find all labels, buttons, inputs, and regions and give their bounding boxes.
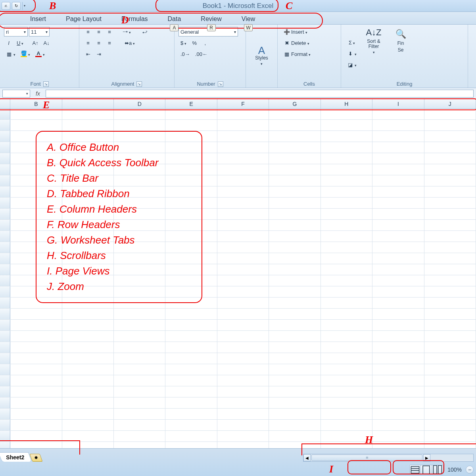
- column-header[interactable]: I: [372, 99, 424, 108]
- column-header[interactable]: H: [321, 99, 372, 108]
- cell[interactable]: [424, 286, 476, 297]
- cell[interactable]: [10, 342, 62, 353]
- cell[interactable]: [321, 375, 372, 386]
- row-header[interactable]: [0, 320, 10, 330]
- cell[interactable]: [424, 420, 476, 430]
- row-header[interactable]: [0, 353, 10, 364]
- cell[interactable]: [424, 142, 476, 153]
- sheet-tab[interactable]: Sheet2: [0, 452, 32, 462]
- row-header[interactable]: [0, 198, 10, 208]
- row-header[interactable]: [0, 120, 10, 131]
- cell[interactable]: [114, 375, 165, 386]
- cell[interactable]: [424, 375, 476, 386]
- cell[interactable]: [217, 431, 269, 441]
- qat-button[interactable]: ↻: [12, 2, 21, 10]
- cell[interactable]: [321, 153, 372, 164]
- cell[interactable]: [114, 309, 165, 319]
- cell[interactable]: [114, 231, 165, 242]
- cell[interactable]: [114, 275, 165, 286]
- cell[interactable]: [165, 286, 217, 297]
- cell[interactable]: [372, 220, 424, 230]
- align-bottom-button[interactable]: ≡: [105, 27, 114, 36]
- cell[interactable]: [321, 431, 372, 441]
- row-header[interactable]: [0, 286, 10, 297]
- cell[interactable]: [372, 309, 424, 319]
- row-header[interactable]: [0, 342, 10, 353]
- cell[interactable]: [62, 331, 114, 342]
- cell[interactable]: [321, 131, 372, 142]
- scroll-thumb[interactable]: [311, 455, 422, 461]
- cell[interactable]: [372, 275, 424, 286]
- cell[interactable]: [372, 186, 424, 197]
- horizontal-scrollbar[interactable]: ◀ ▶: [303, 454, 474, 462]
- cell[interactable]: [10, 220, 62, 230]
- cell[interactable]: [424, 220, 476, 230]
- dialog-launcher[interactable]: ↘: [136, 81, 142, 87]
- row-header[interactable]: [0, 209, 10, 219]
- cell[interactable]: [217, 397, 269, 408]
- cell[interactable]: [217, 109, 269, 119]
- cell[interactable]: [165, 164, 217, 175]
- cell[interactable]: [321, 198, 372, 208]
- cell[interactable]: [372, 153, 424, 164]
- cell[interactable]: [424, 364, 476, 375]
- cell[interactable]: [269, 264, 321, 275]
- font-name-combo[interactable]: ri: [4, 27, 28, 36]
- cell[interactable]: [269, 375, 321, 386]
- cell[interactable]: [424, 309, 476, 319]
- cell[interactable]: [114, 242, 165, 253]
- accounting-format-button[interactable]: $: [178, 38, 188, 48]
- normal-view-button[interactable]: [410, 465, 421, 474]
- cell[interactable]: [10, 131, 62, 142]
- cell[interactable]: [321, 353, 372, 364]
- cell[interactable]: [269, 420, 321, 430]
- cell[interactable]: [62, 186, 114, 197]
- insert-cells-button[interactable]: ➕Insert: [282, 27, 333, 36]
- autosum-button[interactable]: Σ: [345, 38, 359, 47]
- cell[interactable]: [114, 209, 165, 219]
- cell[interactable]: [62, 131, 114, 142]
- cell[interactable]: [321, 286, 372, 297]
- cell[interactable]: [114, 298, 165, 308]
- cell[interactable]: [217, 275, 269, 286]
- cell[interactable]: [165, 353, 217, 364]
- cell[interactable]: [217, 386, 269, 397]
- cell[interactable]: [269, 364, 321, 375]
- cell[interactable]: [217, 175, 269, 186]
- shrink-font-button[interactable]: A↓: [42, 38, 52, 48]
- cell[interactable]: [165, 298, 217, 308]
- cell[interactable]: [10, 420, 62, 430]
- cell[interactable]: [217, 320, 269, 330]
- cell[interactable]: [10, 320, 62, 330]
- cell[interactable]: [165, 175, 217, 186]
- select-all-corner[interactable]: [0, 99, 10, 108]
- column-header[interactable]: D: [114, 99, 165, 108]
- cell[interactable]: [114, 364, 165, 375]
- cell[interactable]: [217, 164, 269, 175]
- cell[interactable]: [269, 220, 321, 230]
- cell[interactable]: [165, 275, 217, 286]
- comma-format-button[interactable]: ,: [200, 38, 210, 48]
- cell[interactable]: [424, 153, 476, 164]
- cell[interactable]: [114, 198, 165, 208]
- column-header[interactable]: F: [217, 99, 269, 108]
- cell[interactable]: [424, 397, 476, 408]
- increase-indent-button[interactable]: ⇥: [94, 49, 104, 59]
- cell[interactable]: [372, 120, 424, 131]
- cell[interactable]: [114, 286, 165, 297]
- cell[interactable]: [372, 253, 424, 264]
- cell[interactable]: [62, 264, 114, 275]
- cell[interactable]: [10, 397, 62, 408]
- new-sheet-button[interactable]: ✸: [29, 454, 42, 462]
- cell[interactable]: [321, 231, 372, 242]
- cell[interactable]: [217, 286, 269, 297]
- cell[interactable]: [217, 253, 269, 264]
- row-header[interactable]: [0, 186, 10, 197]
- cell[interactable]: [321, 275, 372, 286]
- cell[interactable]: [165, 120, 217, 131]
- cell[interactable]: [114, 353, 165, 364]
- styles-button[interactable]: A Styles ▾: [252, 43, 271, 71]
- row-header[interactable]: [0, 275, 10, 286]
- cell[interactable]: [321, 397, 372, 408]
- cell[interactable]: [165, 209, 217, 219]
